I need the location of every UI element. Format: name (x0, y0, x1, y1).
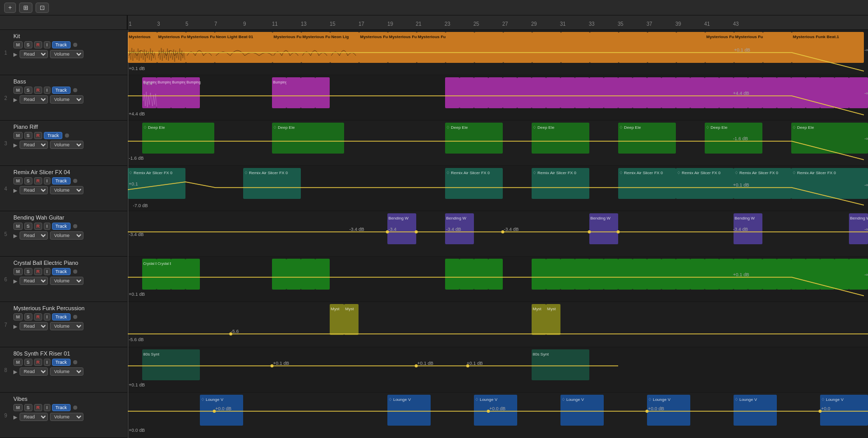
mute-btn-4[interactable]: M (13, 177, 23, 184)
clip-bass-14[interactable] (517, 77, 532, 108)
mute-btn-6[interactable]: M (13, 268, 23, 275)
clip-crystal-13[interactable] (532, 259, 546, 290)
clip-crystal-11[interactable] (474, 259, 488, 290)
expand-btn-7[interactable]: ▶ (13, 324, 18, 329)
clip-kit-16[interactable] (590, 32, 619, 63)
read-select-6[interactable]: Read (20, 277, 48, 285)
mute-btn-9[interactable]: M (13, 404, 23, 411)
expand-btn-3[interactable]: ▶ (13, 142, 18, 148)
clip-crystal-4[interactable] (185, 259, 200, 290)
clip-crystal-10[interactable] (459, 259, 474, 290)
expand-btn-2[interactable]: ▶ (13, 97, 18, 103)
clip-crystal-28[interactable] (748, 259, 762, 290)
input-btn-5[interactable]: I (44, 223, 50, 230)
clip-bass-10[interactable] (459, 77, 474, 108)
auto-dot-5a[interactable] (386, 230, 389, 233)
auto-dot-5b[interactable] (415, 230, 418, 233)
record-btn-6[interactable]: R (34, 268, 43, 275)
mute-btn-5[interactable]: M (13, 223, 23, 230)
clip-crystal-8[interactable] (315, 259, 330, 290)
volume-select-2[interactable]: Volume (50, 95, 83, 104)
solo-btn-9[interactable]: S (24, 404, 32, 411)
read-select-2[interactable]: Read (20, 95, 48, 104)
clip-crystal-20[interactable] (633, 259, 647, 290)
solo-btn-1[interactable]: S (24, 41, 32, 48)
clip-kit-12[interactable] (474, 32, 503, 63)
clip-crystal-32[interactable] (806, 259, 820, 290)
track-type-btn-6[interactable]: Track (52, 268, 71, 275)
read-select-7[interactable]: Read (20, 322, 48, 330)
clip-bass-23[interactable] (647, 77, 661, 108)
volume-select-6[interactable]: Volume (50, 277, 83, 285)
volume-select-4[interactable]: Volume (50, 186, 83, 194)
volume-select-9[interactable]: Volume (50, 413, 83, 421)
clip-crystal-3[interactable] (171, 259, 185, 290)
clip-crystal-18[interactable] (604, 259, 618, 290)
volume-select-5[interactable]: Volume (50, 231, 83, 240)
volume-select-3[interactable]: Volume (50, 141, 83, 149)
input-btn-1[interactable]: I (44, 41, 50, 48)
group-button[interactable]: ⊞ (19, 3, 32, 13)
track-type-btn-2[interactable]: Track (52, 87, 71, 94)
clip-bass-27[interactable] (705, 77, 719, 108)
clip-crystal-16[interactable] (575, 259, 589, 290)
clip-crystal-21[interactable] (647, 259, 661, 290)
clip-bass-22[interactable] (633, 77, 647, 108)
clip-bass-36[interactable] (835, 77, 849, 108)
clip-crystal-23[interactable] (676, 259, 690, 290)
clip-bass-32[interactable] (777, 77, 791, 108)
track-type-btn-4[interactable]: Track (52, 177, 71, 184)
clip-bass-8[interactable] (315, 77, 330, 108)
solo-btn-6[interactable]: S (24, 268, 32, 275)
input-btn-7[interactable]: I (44, 313, 50, 321)
solo-btn-5[interactable]: S (24, 223, 32, 230)
clip-bass-12[interactable] (488, 77, 503, 108)
clip-crystal-22[interactable] (661, 259, 676, 290)
clip-kit-17[interactable] (619, 32, 648, 63)
clip-crystal-14[interactable] (546, 259, 560, 290)
track-type-btn-8[interactable]: Track (52, 359, 71, 366)
clip-crystal-9[interactable] (445, 259, 459, 290)
auto-dot-5e[interactable] (617, 230, 620, 233)
volume-select-8[interactable]: Volume (50, 367, 83, 376)
clip-bass-24[interactable] (661, 77, 676, 108)
clip-bass-9[interactable] (445, 77, 459, 108)
clip-crystal-5[interactable] (272, 259, 286, 290)
clip-bass-28[interactable] (719, 77, 734, 108)
input-btn-8[interactable]: I (44, 359, 50, 366)
clip-bass-20[interactable] (604, 77, 618, 108)
record-btn-3[interactable]: R (34, 132, 43, 139)
clip-crystal-26[interactable] (719, 259, 734, 290)
clip-crystal-29[interactable] (762, 259, 777, 290)
auto-dot-5d[interactable] (588, 230, 591, 233)
record-btn-1[interactable]: R (34, 41, 43, 48)
clip-crystal-6[interactable] (286, 259, 301, 290)
expand-btn-5[interactable]: ▶ (13, 233, 18, 239)
record-btn-4[interactable]: R (34, 177, 43, 184)
solo-btn-3[interactable]: S (24, 132, 32, 139)
track-type-btn-1[interactable]: Track (52, 41, 71, 48)
read-select-5[interactable]: Read (20, 231, 48, 240)
record-btn-7[interactable]: R (34, 313, 43, 321)
clip-bass-17[interactable] (560, 77, 575, 108)
volume-select-7[interactable]: Volume (50, 322, 83, 330)
expand-btn-1[interactable]: ▶ (13, 52, 18, 57)
expand-btn-8[interactable]: ▶ (13, 369, 18, 375)
clip-bass-34[interactable] (806, 77, 820, 108)
track-type-btn-5[interactable]: Track (52, 223, 71, 230)
mute-btn-8[interactable]: M (13, 359, 23, 366)
input-btn-6[interactable]: I (44, 268, 50, 275)
auto-dot-7a[interactable] (229, 332, 232, 335)
expand-button[interactable]: ⊡ (36, 3, 49, 13)
clip-bass-11[interactable] (474, 77, 488, 108)
clip-crystal-30[interactable] (777, 259, 791, 290)
clip-bass-30[interactable] (748, 77, 762, 108)
clip-bass-21[interactable] (618, 77, 633, 108)
clip-bass-31[interactable] (762, 77, 777, 108)
read-select-1[interactable]: Read (20, 50, 48, 58)
clip-kit-14[interactable] (532, 32, 561, 63)
clip-bass-16[interactable] (546, 77, 560, 108)
clip-bass-6[interactable] (286, 77, 301, 108)
solo-btn-8[interactable]: S (24, 359, 32, 366)
record-btn-9[interactable]: R (34, 404, 43, 411)
